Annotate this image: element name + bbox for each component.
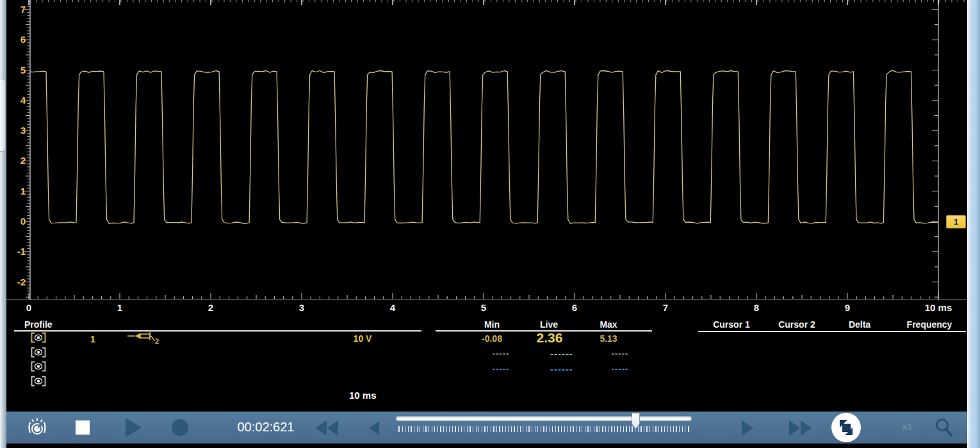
rewind-icon [327,420,338,436]
waveform-plot [0,0,980,301]
eye-icon [30,376,47,387]
record-button[interactable] [172,419,188,436]
column-header-max: Max [570,319,647,330]
transport-toolbar: 00:02:621 x1 [6,412,967,444]
profile-header: Profile [24,319,53,330]
x-axis-label: 6 [552,302,597,313]
rewind-icon [316,420,327,436]
x-axis-label: 5 [461,302,506,313]
timer-icon [26,431,49,440]
play-button[interactable] [126,418,142,439]
y-axis-label: 5 [4,65,26,76]
timebase-label: 10 ms [349,390,377,401]
channel-1-visibility-button[interactable] [30,332,47,343]
channel-3-max-placeholder: ----- [582,364,658,374]
x-axis-label: 4 [370,302,415,313]
waveform-display: 76543210-1-2 012345678910 ms 1 [0,0,980,301]
y-axis-label: 6 [4,34,26,45]
y-axis-label: 0 [4,216,26,227]
step-back-button[interactable] [369,421,379,437]
x-axis-label: 7 [643,302,688,313]
position-slider[interactable] [396,416,692,421]
x-axis-label: 9 [825,302,870,313]
channel-1-range: 10 V [343,333,382,344]
left-window-edge [0,0,6,448]
fast-forward-icon [801,420,812,436]
x-axis-label: 1 [97,302,142,313]
x-axis-label: 2 [188,302,233,313]
eye-icon [30,361,47,372]
zoom-icon [934,430,953,440]
step-forward-icon [742,420,753,436]
cursor-divider [698,331,966,332]
y-axis-label: 7 [4,4,26,15]
fast-forward-button[interactable] [789,420,812,438]
time-display: 00:02:621 [218,420,314,435]
step-back-icon [369,421,379,435]
x-axis-label: 0 [6,302,51,313]
y-axis-label: 3 [4,125,26,136]
panel-splitter-handle[interactable] [0,79,6,152]
fast-forward-icon [789,420,800,436]
rewind-button[interactable] [316,420,338,438]
x-axis-label: 3 [279,302,324,313]
y-axis-label: -1 [4,246,26,257]
zoom-button[interactable] [934,417,953,440]
trigger-probe-icon[interactable]: 2 [127,330,161,348]
channel-1-number: 1 [83,333,102,344]
stop-button[interactable] [76,420,90,435]
column-header-frequency: Frequency [891,319,968,330]
channel-4-visibility-button[interactable] [30,376,47,387]
y-axis-label: -2 [4,276,26,288]
channel-2-visibility-button[interactable] [30,347,47,358]
fit-to-screen-button[interactable] [831,413,861,442]
column-header-delta: Delta [821,319,898,330]
y-axis-label: 2 [4,155,26,166]
y-axis-label: 4 [4,95,26,106]
timer-button[interactable] [26,417,49,440]
profile-divider [14,330,421,332]
zoom-factor-label: x1 [902,421,913,432]
x-axis-label: 10 ms [916,302,961,313]
svg-text:2: 2 [155,337,159,345]
eye-icon [30,347,47,358]
record-icon [172,419,188,436]
channel-2-max-placeholder: ----- [582,349,658,358]
fit-to-screen-icon [831,413,861,442]
channel-1-max-value: 5.13 [570,333,647,344]
x-axis-labels: 012345678910 ms [0,302,980,315]
channel-1-marker-badge[interactable]: 1 [946,215,966,228]
y-axis-label: 1 [4,186,26,197]
play-icon [126,418,142,437]
step-forward-button[interactable] [742,420,753,438]
slider-tick-marks [398,426,689,432]
eye-icon [30,332,47,343]
channel-3-visibility-button[interactable] [30,361,47,372]
right-window-edge [967,0,980,448]
x-axis-label: 8 [734,302,779,313]
oscilloscope-window: 76543210-1-2 012345678910 ms 1 Profile M… [0,0,980,448]
stop-icon [76,420,90,435]
